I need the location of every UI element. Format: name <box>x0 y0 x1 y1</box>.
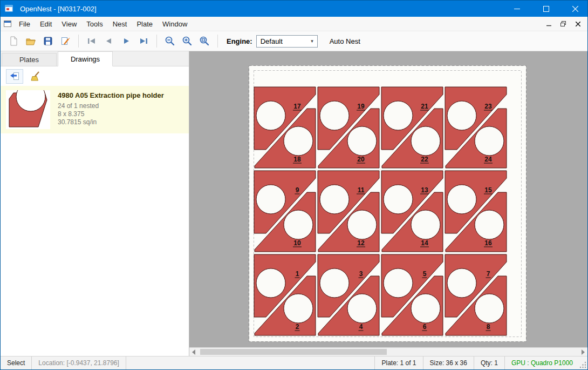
zoom-in-icon[interactable] <box>179 33 196 49</box>
menu-plate[interactable]: Plate <box>132 18 158 30</box>
part-thumbnail <box>6 90 50 129</box>
chevron-down-icon: ▾ <box>311 38 313 44</box>
drawing-list-item[interactable]: 4980 A05 Extraction pipe holder 24 of 1 … <box>1 86 189 133</box>
zoom-out-icon[interactable] <box>161 33 179 49</box>
part-number: 18 <box>293 156 301 163</box>
part-cutout <box>347 210 377 239</box>
tab-plates[interactable]: Plates <box>2 53 57 66</box>
scroll-right-icon[interactable] <box>582 349 585 355</box>
content-area: Plates Drawings <box>1 51 587 356</box>
menu-tools[interactable]: Tools <box>81 18 107 30</box>
part-cutout <box>284 294 313 323</box>
app-icon <box>5 4 13 13</box>
clear-drawings-button[interactable] <box>28 69 45 84</box>
part-number: 9 <box>296 186 299 194</box>
first-plate-icon[interactable] <box>83 33 100 49</box>
left-panel: Plates Drawings <box>1 51 189 356</box>
part-cutout <box>256 268 285 298</box>
new-file-icon[interactable] <box>5 33 22 49</box>
status-bar: Select Location: [-0.9437, 21.8796] Plat… <box>1 356 587 369</box>
close-icon[interactable] <box>563 1 587 17</box>
part-cutout <box>347 126 377 156</box>
part-cutout <box>284 126 313 156</box>
child-window-icon[interactable] <box>4 21 12 28</box>
panel-tabs: Plates Drawings <box>1 51 189 66</box>
part-number: 15 <box>484 186 492 194</box>
status-location: Location: [-0.9437, 21.8796] <box>32 356 126 369</box>
part-number: 1 <box>296 270 299 278</box>
next-plate-icon[interactable] <box>118 33 135 49</box>
engine-select[interactable]: Default ▾ <box>256 35 318 48</box>
part-number: 16 <box>484 239 492 247</box>
part-number: 24 <box>484 156 492 163</box>
drawing-area: 30.7815 sq/in <box>58 118 164 126</box>
part-number: 19 <box>357 103 365 110</box>
maximize-icon[interactable] <box>534 1 558 17</box>
part-number: 11 <box>358 186 365 194</box>
part-number: 12 <box>357 239 365 247</box>
engine-value: Default <box>261 37 283 45</box>
part-number: 5 <box>423 270 427 278</box>
child-minimize-icon[interactable] <box>542 18 555 29</box>
drawing-meta: 4980 A05 Extraction pipe holder 24 of 1 … <box>58 90 164 126</box>
part-number: 4 <box>359 323 363 331</box>
part-cutout <box>256 185 285 214</box>
broom-icon <box>31 71 42 82</box>
minimize-icon[interactable] <box>504 1 529 17</box>
part-number: 20 <box>357 156 365 163</box>
save-edit-icon[interactable] <box>57 33 74 49</box>
status-plate: Plate: 1 of 1 <box>374 356 422 369</box>
part-number: 22 <box>421 156 428 163</box>
canvas-column: 171819202122232491011121314151612345678 <box>189 51 587 356</box>
child-restore-icon[interactable] <box>557 18 570 29</box>
part-number: 2 <box>296 323 299 331</box>
part-cutout <box>384 185 413 214</box>
menu-file[interactable]: File <box>14 18 35 30</box>
scrollbar-thumb[interactable] <box>200 349 387 355</box>
part-cutout <box>384 268 413 298</box>
part-cutout <box>411 126 440 156</box>
child-close-icon[interactable] <box>571 18 584 29</box>
toolbar-separator <box>217 35 218 48</box>
previous-plate-icon[interactable] <box>100 33 118 49</box>
zoom-fit-icon[interactable] <box>196 33 213 49</box>
part-cutout <box>256 101 285 130</box>
part-cutout <box>447 185 476 214</box>
part-number: 14 <box>421 239 428 247</box>
title-bar: OpenNest - [N0317-002] <box>1 1 587 17</box>
replace-drawing-button[interactable] <box>6 69 23 84</box>
nest-canvas[interactable]: 171819202122232491011121314151612345678 <box>189 51 587 347</box>
plate[interactable]: 171819202122232491011121314151612345678 <box>249 65 527 342</box>
drawing-size: 8 x 8.375 <box>58 110 164 118</box>
part-cutout <box>284 210 313 239</box>
part-number: 6 <box>423 323 427 331</box>
status-gpu: GPU : Quadro P1000 <box>504 356 579 369</box>
part-cutout <box>384 101 413 130</box>
toolbar-separator <box>78 35 79 48</box>
menu-window[interactable]: Window <box>158 18 192 30</box>
part-cutout <box>320 268 349 298</box>
menu-view[interactable]: View <box>57 18 81 30</box>
drawing-nested-count: 24 of 1 nested <box>58 102 164 110</box>
part-number: 23 <box>484 103 492 110</box>
resize-grip-icon[interactable] <box>579 356 587 369</box>
open-folder-icon[interactable] <box>22 33 39 49</box>
canvas-horizontal-scrollbar[interactable] <box>189 347 587 356</box>
auto-nest-button[interactable]: Auto Nest <box>326 35 364 48</box>
status-spacer <box>126 356 375 369</box>
save-icon[interactable] <box>39 33 57 49</box>
tab-drawings[interactable]: Drawings <box>58 51 113 66</box>
part-cutout <box>320 185 349 214</box>
part-cutout <box>347 294 377 323</box>
menu-edit[interactable]: Edit <box>35 18 57 30</box>
main-toolbar: Engine: Default ▾ Auto Nest <box>1 31 587 51</box>
last-plate-icon[interactable] <box>135 33 152 49</box>
part-number: 17 <box>293 103 301 110</box>
part-number: 21 <box>421 103 428 110</box>
scroll-left-icon[interactable] <box>192 349 195 355</box>
menu-nest[interactable]: Nest <box>108 18 132 30</box>
import-arrow-icon <box>9 71 20 82</box>
part-cutout <box>411 210 440 239</box>
part-cutout <box>475 210 504 239</box>
status-size: Size: 36 x 36 <box>423 356 474 369</box>
